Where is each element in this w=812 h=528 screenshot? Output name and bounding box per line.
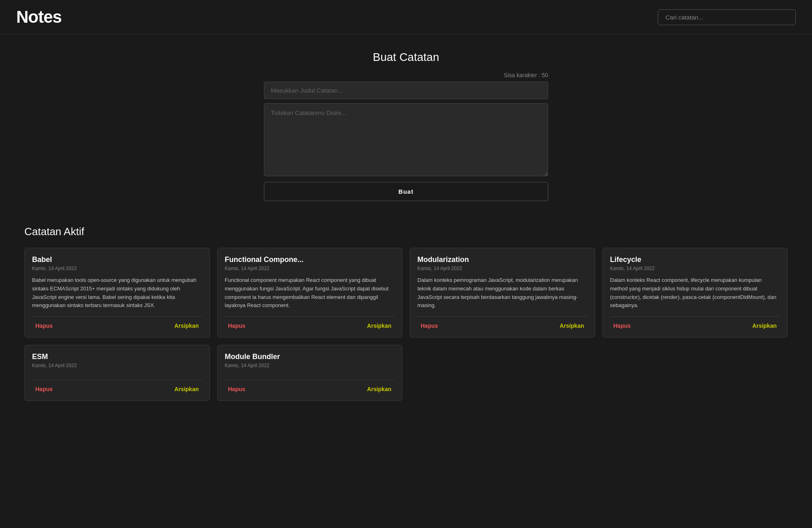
app-title: Notes [16,7,62,27]
arsipkan-button[interactable]: Arsipkan [171,322,202,330]
note-title-input[interactable] [264,82,548,99]
note-card-title: ESM [32,353,202,361]
note-card-date: Kamis, 14 April 2022 [417,266,587,271]
arsipkan-button[interactable]: Arsipkan [171,385,202,393]
note-card-title: Babel [32,255,202,264]
note-card: Module Bundler Kamis, 14 April 2022 Hapu… [217,345,403,401]
note-card-body: Dalam konteks pemrograman JavaScript, mo… [417,276,587,310]
hapus-button[interactable]: Hapus [32,385,56,393]
note-card-body: Functional component merupakan React com… [225,276,395,310]
app-header: Notes [0,0,812,35]
note-card: Functional Compone... Kamis, 14 April 20… [217,248,403,338]
note-body-textarea[interactable] [264,103,548,176]
note-card-actions: Hapus Arsipkan [225,380,395,393]
hapus-button[interactable]: Hapus [32,322,56,330]
arsipkan-button[interactable]: Arsipkan [749,322,780,330]
note-card: Babel Kamis, 14 April 2022 Babel merupak… [24,248,210,338]
note-card-date: Kamis, 14 April 2022 [225,363,395,368]
note-card-actions: Hapus Arsipkan [225,316,395,330]
create-section: Buat Catatan Sisa karakter : 50 Buat [264,51,548,201]
note-card-actions: Hapus Arsipkan [417,316,587,330]
arsipkan-button[interactable]: Arsipkan [557,322,587,330]
create-section-title: Buat Catatan [264,51,548,64]
note-card: Modularization Kamis, 14 April 2022 Dala… [410,248,595,338]
arsipkan-button[interactable]: Arsipkan [364,322,395,330]
hapus-button[interactable]: Hapus [417,322,441,330]
note-card-actions: Hapus Arsipkan [32,380,202,393]
hapus-button[interactable]: Hapus [610,322,634,330]
hapus-button[interactable]: Hapus [225,385,249,393]
note-card-body: Babel merupakan tools open-source yang d… [32,276,202,310]
notes-grid: Babel Kamis, 14 April 2022 Babel merupak… [24,248,788,401]
note-card-date: Kamis, 14 April 2022 [225,266,395,271]
search-input[interactable] [658,9,796,25]
create-button[interactable]: Buat [264,182,548,201]
note-card-title: Functional Compone... [225,255,395,264]
note-card-date: Kamis, 14 April 2022 [610,266,780,271]
note-card-title: Modularization [417,255,587,264]
note-card-actions: Hapus Arsipkan [610,316,780,330]
active-notes-section: Catatan Aktif Babel Kamis, 14 April 2022… [16,225,796,401]
note-card-actions: Hapus Arsipkan [32,316,202,330]
arsipkan-button[interactable]: Arsipkan [364,385,395,393]
note-card: Lifecycle Kamis, 14 April 2022 Dalam kon… [603,248,788,338]
char-count-label: Sisa karakter : 50 [264,72,548,78]
note-card-title: Module Bundler [225,353,395,361]
main-content: Buat Catatan Sisa karakter : 50 Buat Cat… [0,35,812,417]
note-card-date: Kamis, 14 April 2022 [32,363,202,368]
note-card-body: Dalam konteks React component, lifecycle… [610,276,780,310]
active-notes-title: Catatan Aktif [24,225,788,238]
note-card: ESM Kamis, 14 April 2022 Hapus Arsipkan [24,345,210,401]
note-card-title: Lifecycle [610,255,780,264]
note-card-date: Kamis, 14 April 2022 [32,266,202,271]
hapus-button[interactable]: Hapus [225,322,249,330]
